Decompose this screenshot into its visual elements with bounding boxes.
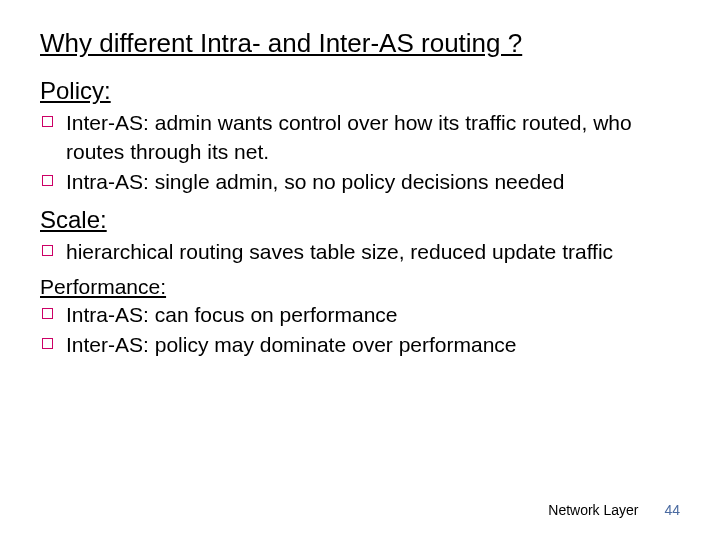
section-heading-policy: Policy: xyxy=(40,77,680,105)
list-item: Inter-AS: policy may dominate over perfo… xyxy=(40,331,680,359)
footer-label: Network Layer xyxy=(548,502,638,518)
square-bullet-icon xyxy=(42,245,53,256)
square-bullet-icon xyxy=(42,338,53,349)
section-heading-performance: Performance: xyxy=(40,273,680,301)
bullet-text: Intra-AS: can focus on performance xyxy=(66,303,398,326)
page-number: 44 xyxy=(664,502,680,518)
square-bullet-icon xyxy=(42,116,53,127)
list-item: Inter-AS: admin wants control over how i… xyxy=(40,109,680,166)
policy-bullets: Inter-AS: admin wants control over how i… xyxy=(40,109,680,196)
performance-bullets: Intra-AS: can focus on performance Inter… xyxy=(40,301,680,360)
bullet-text: hierarchical routing saves table size, r… xyxy=(66,240,613,263)
list-item: hierarchical routing saves table size, r… xyxy=(40,238,680,266)
list-item: Intra-AS: can focus on performance xyxy=(40,301,680,329)
bullet-text: Inter-AS: policy may dominate over perfo… xyxy=(66,333,517,356)
list-item: Intra-AS: single admin, so no policy dec… xyxy=(40,168,680,196)
square-bullet-icon xyxy=(42,175,53,186)
bullet-text: Inter-AS: admin wants control over how i… xyxy=(66,111,632,162)
square-bullet-icon xyxy=(42,308,53,319)
bullet-text: Intra-AS: single admin, so no policy dec… xyxy=(66,170,564,193)
footer: Network Layer 44 xyxy=(548,502,680,518)
slide-title: Why different Intra- and Inter-AS routin… xyxy=(40,28,680,59)
scale-bullets: hierarchical routing saves table size, r… xyxy=(40,238,680,266)
section-heading-scale: Scale: xyxy=(40,206,680,234)
slide: Why different Intra- and Inter-AS routin… xyxy=(0,0,720,540)
